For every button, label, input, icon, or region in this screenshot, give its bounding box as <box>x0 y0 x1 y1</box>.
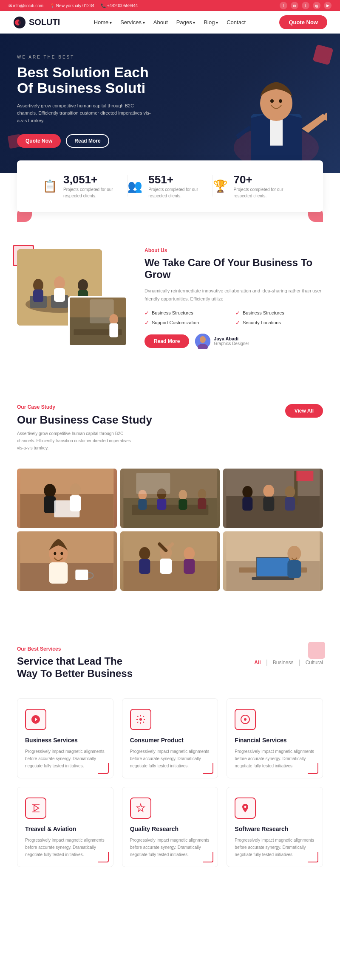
svg-rect-42 <box>138 499 147 510</box>
service-card-consumer-product: Consumer Product Progressively impact ma… <box>122 698 218 778</box>
svg-rect-46 <box>178 499 187 510</box>
service-icon-quality <box>130 797 151 819</box>
service-title-3: Treavel & Aviation <box>25 826 105 832</box>
about-secondary-image-placeholder <box>70 298 126 345</box>
social-links: f in t ig ▶ <box>280 2 332 9</box>
hero-buttons: Quote Now Read More <box>17 134 153 148</box>
service-desc-1: Progressively impact magnetic alignments… <box>130 748 210 769</box>
feature-2: ✓ Business Structures <box>235 310 323 316</box>
svg-rect-48 <box>198 498 206 509</box>
about-content: About Us We Take Care Of Your Business T… <box>144 247 323 349</box>
photo-cell-1 <box>17 469 117 528</box>
service-desc-3: Progressively impact magnetic alignments… <box>25 837 105 858</box>
svg-point-8 <box>279 99 282 103</box>
svg-point-35 <box>70 483 81 496</box>
about-images <box>17 249 128 347</box>
photo-cell-6 <box>223 531 323 591</box>
service-icon-financial <box>235 709 256 730</box>
svg-rect-70 <box>139 559 150 574</box>
stat-clients-icon: 👥 <box>128 179 142 193</box>
svg-rect-37 <box>54 500 79 517</box>
filter-business-button[interactable]: Business <box>273 660 294 666</box>
about-secondary-image <box>68 296 128 347</box>
filter-all-button[interactable]: All <box>254 660 261 666</box>
services-header: Our Best Services Service that Lead The … <box>17 646 323 686</box>
youtube-icon[interactable]: ▶ <box>324 2 332 9</box>
service-icon-consumer <box>130 709 151 730</box>
spacer-3 <box>0 608 340 625</box>
quote-now-button[interactable]: Quote Now <box>279 15 327 29</box>
service-card-business-services: Business Services Progressively impact m… <box>17 698 113 778</box>
case-study-header-left: Our Case Study Our Business Case Study A… <box>17 404 152 452</box>
stat-awards-icon: 🏆 <box>213 179 228 193</box>
twitter-icon[interactable]: t <box>302 2 309 9</box>
facebook-icon[interactable]: f <box>280 2 287 9</box>
service-card-deco-3 <box>98 852 109 862</box>
about-read-more-button[interactable]: Read More <box>144 334 189 348</box>
hero-decoration-1 <box>313 45 334 65</box>
author-name: Jaya Abadi <box>214 336 249 341</box>
nav-home[interactable]: Home <box>94 19 112 25</box>
service-desc-4: Progressively impact magnetic alignments… <box>130 837 210 858</box>
feature-3: ✓ Support Customization <box>144 320 232 326</box>
stat-awards-label: Projects completed for our respected cli… <box>234 186 298 199</box>
service-title-0: Business Services <box>25 737 105 744</box>
service-card-deco-0 <box>98 763 109 774</box>
view-all-button[interactable]: View All <box>285 404 323 418</box>
svg-point-85 <box>244 718 246 721</box>
service-desc-5: Progressively impact magnetic alignments… <box>235 837 315 858</box>
services-badge: Our Best Services <box>17 646 254 652</box>
svg-point-29 <box>200 336 206 343</box>
hero-person-illustration <box>208 63 327 173</box>
hero-subtitle: WE ARE THE BEST <box>17 55 153 59</box>
email-info: ✉ info@soluti.com <box>8 3 43 8</box>
linkedin-icon[interactable]: in <box>291 2 298 9</box>
check-icon-2: ✓ <box>235 310 240 316</box>
nav-services[interactable]: Services <box>120 19 145 25</box>
svg-rect-34 <box>44 496 56 513</box>
services-title-area: Our Best Services Service that Lead The … <box>17 646 254 686</box>
photo-cell-3 <box>223 469 323 528</box>
service-card-quality-research: Quality Research Progressively impact ma… <box>122 787 218 867</box>
svg-rect-55 <box>243 497 253 511</box>
phone-info: 📞 +442000559944 <box>101 3 138 8</box>
hero-read-more-button[interactable]: Read More <box>66 134 109 148</box>
service-desc-0: Progressively impact magnetic alignments… <box>25 748 105 769</box>
svg-rect-82 <box>288 560 301 578</box>
svg-point-83 <box>139 718 142 721</box>
author-role: Graphics Designer <box>214 341 249 346</box>
hero-section: WE ARE THE BEST Best Solution Each Of Bu… <box>0 34 340 173</box>
location-info: 📍 New york city 01234 <box>50 3 94 8</box>
nav-about[interactable]: About <box>153 19 168 25</box>
hero-title: Best Solution Each Of Business Soluti <box>17 65 153 96</box>
location-icon: 📍 <box>50 3 56 8</box>
email-icon: ✉ <box>8 3 13 8</box>
svg-point-69 <box>139 547 150 560</box>
nav-pages[interactable]: Pages <box>176 19 196 25</box>
stat-clients-number: 551+ <box>148 173 212 186</box>
photo-cell-4 <box>17 531 117 591</box>
svg-rect-49 <box>136 473 170 494</box>
filter-cultural-button[interactable]: Cultural <box>306 660 323 666</box>
services-section: Our Best Services Service that Lead The … <box>0 625 340 885</box>
svg-rect-74 <box>184 559 195 574</box>
photo-cell-5 <box>120 531 220 591</box>
stat-awards: 🏆 70+ Projects completed for our respect… <box>213 173 298 199</box>
logo[interactable]: SOLUTI <box>13 16 60 29</box>
photo-cell-2 <box>120 469 220 528</box>
instagram-icon[interactable]: ig <box>313 2 320 9</box>
service-desc-2: Progressively impact magnetic alignments… <box>235 748 315 769</box>
hero-quote-button[interactable]: Quote Now <box>17 134 61 148</box>
services-decoration <box>308 642 325 659</box>
service-icon-software <box>235 797 256 819</box>
svg-rect-63 <box>49 562 68 584</box>
nav-contact[interactable]: Contact <box>227 19 246 25</box>
about-title: We Take Care Of Your Business To Grow <box>144 257 323 281</box>
svg-rect-59 <box>285 497 295 511</box>
nav-blog[interactable]: Blog <box>204 19 218 25</box>
svg-point-56 <box>264 485 275 497</box>
stat-clients-label: Projects completed for our respected cli… <box>148 186 212 199</box>
feature-1: ✓ Business Structures <box>144 310 232 316</box>
svg-point-2 <box>18 20 24 25</box>
about-description: Dynamically reintermediate innovative co… <box>144 287 323 303</box>
